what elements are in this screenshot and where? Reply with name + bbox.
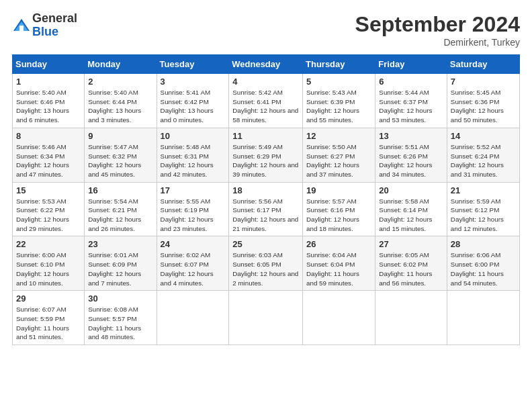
- day-info: Sunrise: 5:50 AMSunset: 6:27 PMDaylight:…: [306, 143, 359, 178]
- day-cell: 6 Sunrise: 5:44 AMSunset: 6:37 PMDayligh…: [375, 74, 447, 128]
- day-info: Sunrise: 5:56 AMSunset: 6:17 PMDaylight:…: [232, 197, 298, 232]
- day-info: Sunrise: 6:02 AMSunset: 6:07 PMDaylight:…: [161, 251, 214, 286]
- title-block: September 2024 Demirkent, Turkey: [355, 12, 520, 48]
- day-number: 7: [451, 77, 516, 87]
- day-number: 5: [306, 77, 371, 87]
- day-cell: 11 Sunrise: 5:49 AMSunset: 6:29 PMDaylig…: [229, 128, 303, 182]
- day-cell: 1 Sunrise: 5:40 AMSunset: 6:46 PMDayligh…: [13, 74, 85, 128]
- day-cell: 9 Sunrise: 5:47 AMSunset: 6:32 PMDayligh…: [85, 128, 157, 182]
- day-cell: 19 Sunrise: 5:57 AMSunset: 6:16 PMDaylig…: [303, 182, 375, 236]
- day-cell: 8 Sunrise: 5:46 AMSunset: 6:34 PMDayligh…: [13, 128, 85, 182]
- day-cell: 7 Sunrise: 5:45 AMSunset: 6:36 PMDayligh…: [447, 74, 519, 128]
- day-info: Sunrise: 6:01 AMSunset: 6:09 PMDaylight:…: [88, 251, 141, 286]
- empty-cell: [229, 291, 303, 345]
- header: General Blue September 2024 Demirkent, T…: [12, 12, 520, 48]
- calendar-week-row: 22 Sunrise: 6:00 AMSunset: 6:10 PMDaylig…: [13, 236, 520, 291]
- day-number: 9: [88, 131, 152, 141]
- day-info: Sunrise: 6:04 AMSunset: 6:04 PMDaylight:…: [306, 251, 359, 286]
- header-sunday: Sunday: [13, 55, 85, 74]
- header-tuesday: Tuesday: [157, 55, 229, 74]
- day-number: 1: [16, 77, 81, 87]
- day-cell: 28 Sunrise: 6:06 AMSunset: 6:00 PMDaylig…: [447, 236, 519, 291]
- day-info: Sunrise: 5:48 AMSunset: 6:31 PMDaylight:…: [161, 143, 214, 178]
- day-number: 11: [232, 131, 299, 141]
- header-friday: Friday: [375, 55, 447, 74]
- day-info: Sunrise: 5:42 AMSunset: 6:41 PMDaylight:…: [232, 89, 298, 124]
- day-cell: 3 Sunrise: 5:41 AMSunset: 6:42 PMDayligh…: [157, 74, 229, 128]
- day-info: Sunrise: 6:03 AMSunset: 6:05 PMDaylight:…: [232, 251, 298, 286]
- weekday-header-row: Sunday Monday Tuesday Wednesday Thursday…: [13, 55, 520, 74]
- location: Demirkent, Turkey: [355, 37, 520, 48]
- day-number: 28: [451, 239, 516, 249]
- day-number: 16: [88, 185, 152, 195]
- day-info: Sunrise: 5:40 AMSunset: 6:46 PMDaylight:…: [16, 89, 69, 124]
- day-number: 12: [306, 131, 371, 141]
- logo-icon: [12, 16, 31, 35]
- day-cell: 29 Sunrise: 6:07 AMSunset: 5:59 PMDaylig…: [13, 291, 85, 345]
- day-number: 6: [379, 77, 443, 87]
- logo: General Blue: [12, 12, 77, 39]
- day-cell: 24 Sunrise: 6:02 AMSunset: 6:07 PMDaylig…: [157, 236, 229, 291]
- day-cell: 21 Sunrise: 5:59 AMSunset: 6:12 PMDaylig…: [447, 182, 519, 236]
- calendar-table: Sunday Monday Tuesday Wednesday Thursday…: [12, 54, 520, 345]
- day-number: 25: [232, 239, 299, 249]
- day-number: 19: [306, 185, 371, 195]
- day-number: 18: [232, 185, 299, 195]
- header-saturday: Saturday: [447, 55, 519, 74]
- day-info: Sunrise: 5:46 AMSunset: 6:34 PMDaylight:…: [16, 143, 69, 178]
- day-number: 30: [88, 293, 152, 304]
- day-cell: 20 Sunrise: 5:58 AMSunset: 6:14 PMDaylig…: [375, 182, 447, 236]
- month-title: September 2024: [355, 12, 520, 37]
- empty-cell: [303, 291, 375, 345]
- header-wednesday: Wednesday: [229, 55, 303, 74]
- day-info: Sunrise: 5:58 AMSunset: 6:14 PMDaylight:…: [379, 197, 432, 232]
- day-info: Sunrise: 5:59 AMSunset: 6:12 PMDaylight:…: [451, 197, 504, 232]
- day-info: Sunrise: 5:49 AMSunset: 6:29 PMDaylight:…: [232, 143, 298, 178]
- day-info: Sunrise: 6:06 AMSunset: 6:00 PMDaylight:…: [451, 251, 504, 286]
- empty-cell: [157, 291, 229, 345]
- day-cell: 18 Sunrise: 5:56 AMSunset: 6:17 PMDaylig…: [229, 182, 303, 236]
- day-cell: 26 Sunrise: 6:04 AMSunset: 6:04 PMDaylig…: [303, 236, 375, 291]
- header-monday: Monday: [85, 55, 157, 74]
- day-number: 10: [161, 131, 226, 141]
- empty-cell: [375, 291, 447, 345]
- day-info: Sunrise: 5:41 AMSunset: 6:42 PMDaylight:…: [161, 89, 214, 124]
- day-number: 14: [451, 131, 516, 141]
- day-info: Sunrise: 5:43 AMSunset: 6:39 PMDaylight:…: [306, 89, 359, 124]
- day-info: Sunrise: 5:40 AMSunset: 6:44 PMDaylight:…: [88, 89, 141, 124]
- day-number: 4: [232, 77, 299, 87]
- day-info: Sunrise: 5:54 AMSunset: 6:21 PMDaylight:…: [88, 197, 141, 232]
- day-number: 23: [88, 239, 152, 249]
- calendar-week-row: 29 Sunrise: 6:07 AMSunset: 5:59 PMDaylig…: [13, 291, 520, 345]
- calendar-week-row: 15 Sunrise: 5:53 AMSunset: 6:22 PMDaylig…: [13, 182, 520, 236]
- day-info: Sunrise: 6:07 AMSunset: 5:59 PMDaylight:…: [16, 306, 69, 340]
- logo-text: General Blue: [32, 12, 77, 39]
- logo-general-text: General: [32, 12, 77, 26]
- day-cell: 12 Sunrise: 5:50 AMSunset: 6:27 PMDaylig…: [303, 128, 375, 182]
- day-info: Sunrise: 5:45 AMSunset: 6:36 PMDaylight:…: [451, 89, 504, 124]
- day-cell: 2 Sunrise: 5:40 AMSunset: 6:44 PMDayligh…: [85, 74, 157, 128]
- day-info: Sunrise: 5:53 AMSunset: 6:22 PMDaylight:…: [16, 197, 69, 232]
- day-info: Sunrise: 5:55 AMSunset: 6:19 PMDaylight:…: [161, 197, 214, 232]
- day-number: 26: [306, 239, 371, 249]
- empty-cell: [447, 291, 519, 345]
- day-number: 27: [379, 239, 443, 249]
- day-cell: 10 Sunrise: 5:48 AMSunset: 6:31 PMDaylig…: [157, 128, 229, 182]
- day-cell: 23 Sunrise: 6:01 AMSunset: 6:09 PMDaylig…: [85, 236, 157, 291]
- day-info: Sunrise: 5:47 AMSunset: 6:32 PMDaylight:…: [88, 143, 141, 178]
- day-info: Sunrise: 5:52 AMSunset: 6:24 PMDaylight:…: [451, 143, 504, 178]
- day-number: 21: [451, 185, 516, 195]
- day-cell: 13 Sunrise: 5:51 AMSunset: 6:26 PMDaylig…: [375, 128, 447, 182]
- day-info: Sunrise: 5:51 AMSunset: 6:26 PMDaylight:…: [379, 143, 432, 178]
- day-info: Sunrise: 6:00 AMSunset: 6:10 PMDaylight:…: [16, 251, 69, 286]
- day-cell: 5 Sunrise: 5:43 AMSunset: 6:39 PMDayligh…: [303, 74, 375, 128]
- calendar-week-row: 1 Sunrise: 5:40 AMSunset: 6:46 PMDayligh…: [13, 74, 520, 128]
- day-cell: 16 Sunrise: 5:54 AMSunset: 6:21 PMDaylig…: [85, 182, 157, 236]
- day-info: Sunrise: 5:57 AMSunset: 6:16 PMDaylight:…: [306, 197, 359, 232]
- page: General Blue September 2024 Demirkent, T…: [0, 0, 532, 411]
- day-number: 13: [379, 131, 443, 141]
- day-number: 17: [161, 185, 226, 195]
- day-number: 3: [161, 77, 226, 87]
- day-number: 22: [16, 239, 81, 249]
- day-cell: 22 Sunrise: 6:00 AMSunset: 6:10 PMDaylig…: [13, 236, 85, 291]
